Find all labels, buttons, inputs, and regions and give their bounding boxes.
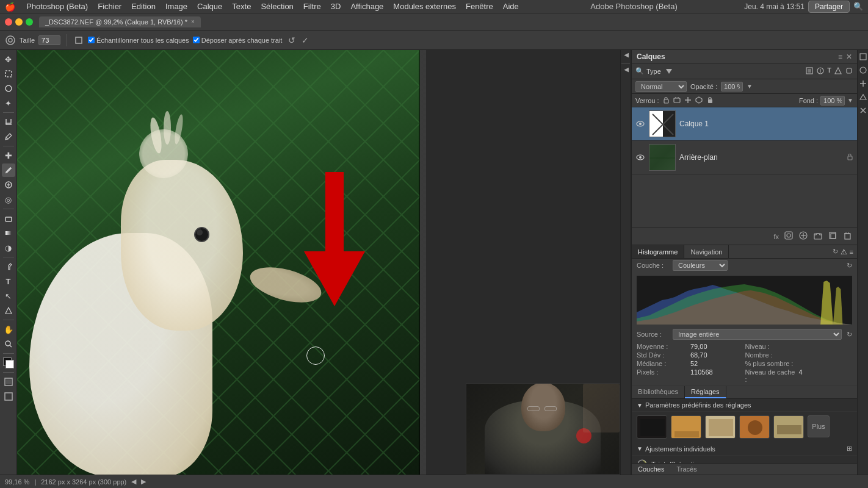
menu-fenetre[interactable]: Fenêtre [461,0,498,13]
tool-eraser[interactable] [2,212,15,225]
tool-move[interactable]: ✥ [2,52,15,66]
tool-dodge[interactable]: ◑ [2,241,15,254]
histogram-refresh-icon[interactable]: ↻ [833,248,838,256]
layer-row-calque1[interactable]: Calque 1 [632,107,857,141]
fill-input[interactable] [820,96,845,106]
quick-mask-toggle[interactable] [2,375,15,389]
add-style-icon[interactable]: fx [773,233,779,240]
tab-couches[interactable]: Couches [632,464,670,475]
preset-5[interactable] [773,415,804,439]
add-adjustment-icon[interactable] [798,231,808,242]
brush-tool-icon[interactable] [5,35,16,46]
delete-layer-icon[interactable] [842,231,852,242]
menu-edition[interactable]: Edition [126,0,161,13]
tool-pen[interactable] [2,260,15,273]
lock-position-icon[interactable] [684,96,692,106]
layer-visibility-toggle-arriere-plan[interactable] [635,152,645,162]
menu-selection[interactable]: Sélection [256,0,298,13]
tab-reglages[interactable]: Réglages [685,386,726,398]
share-button[interactable]: Partager [808,1,850,13]
tool-crop[interactable] [2,115,15,129]
filter-type-label[interactable]: Type [646,68,661,75]
tool-eyedropper[interactable] [2,130,15,143]
couche-select[interactable]: Couleurs Rouge Vert Bleu [673,260,728,271]
status-arrow-right[interactable]: ▶ [141,478,146,486]
blend-mode-select[interactable]: Normal Dissolution Obscurcir [635,81,687,92]
menu-3d[interactable]: 3D [326,0,346,13]
opacity-input[interactable] [721,82,743,92]
right-panel-icon-5[interactable] [859,106,867,116]
presets-section-header[interactable]: ▼ Paramètres prédéfinis des réglages [632,399,857,412]
histogram-menu-icon[interactable]: ≡ [850,248,853,256]
source-select[interactable]: Image entière Calque sélectionné [673,329,842,340]
foreground-color[interactable] [2,356,15,370]
individual-adjustments-header[interactable]: ▼ Ajustements individuels ⊞ [632,442,857,456]
tool-history-brush[interactable]: ◎ [2,193,15,206]
panel-collapse-icon[interactable]: ✕ [846,52,852,61]
tool-rectangle-select[interactable] [2,67,15,81]
tool-brush[interactable] [2,163,15,177]
right-panel-icon-1[interactable] [859,52,867,62]
couche-refresh-icon[interactable]: ↻ [847,262,852,270]
new-layer-icon[interactable] [828,231,837,242]
document-tab[interactable]: _DSC3872.NEF @ 99,2% (Calque 1, RVB/16) … [39,16,201,27]
canvas-area[interactable] [17,50,620,475]
expand-layers-icon[interactable]: ▶ [623,52,629,59]
lock-image-icon[interactable] [673,96,681,106]
close-button[interactable] [5,18,12,26]
undo-icon[interactable]: ↺ [288,35,295,45]
tool-type[interactable]: T [2,274,15,288]
preset-1[interactable] [637,415,667,439]
tool-shape[interactable] [2,304,15,317]
menu-calque[interactable]: Calque [192,0,227,13]
add-mask-icon[interactable] [784,231,794,242]
apple-menu[interactable]: 🍎 [5,2,15,12]
filter-type-icon[interactable]: T [827,66,831,76]
right-panel-icon-2[interactable] [859,66,867,76]
fill-arrow[interactable]: ▼ [847,97,853,104]
menu-modules[interactable]: Modules externes [388,0,461,13]
tab-histogramme[interactable]: Histogramme [632,245,684,258]
menu-affichage[interactable]: Affichage [345,0,388,13]
tool-gradient[interactable] [2,226,15,240]
minimize-button[interactable] [15,18,23,26]
filter-shape-icon[interactable] [834,66,842,76]
menu-fichier[interactable]: Fichier [93,0,126,13]
menu-texte[interactable]: Texte [227,0,256,13]
filter-adjustment-icon[interactable] [816,66,825,76]
lock-all-icon[interactable] [706,96,714,106]
menu-filtre[interactable]: Filtre [298,0,326,13]
menu-aide[interactable]: Aide [498,0,524,13]
histogram-warn-icon[interactable]: ⚠ [841,248,847,256]
tool-hand[interactable]: ✋ [2,323,15,336]
tool-lasso[interactable] [2,82,15,95]
tab-bibliotheques[interactable]: Bibliothèques [632,386,685,398]
filter-pixel-icon[interactable] [805,66,814,76]
lock-artboard-icon[interactable] [695,96,703,106]
screen-mode-toggle[interactable] [2,390,15,403]
tool-spot-healing[interactable]: ✚ [2,149,15,162]
histogram-collapse-icon[interactable]: ▶ [623,67,629,74]
source-refresh-icon[interactable]: ↻ [847,331,852,339]
presets-more-button[interactable]: Plus [808,415,830,437]
adjustment-teinte-saturation[interactable]: Teinte/Saturation [632,456,857,463]
lock-transparent-icon[interactable] [662,96,670,106]
brush-mode-icon[interactable] [73,35,84,46]
tab-traces[interactable]: Tracés [670,464,703,475]
right-panel-icon-3[interactable] [859,79,867,89]
preset-2[interactable] [671,415,701,439]
sample-all-layers-checkbox[interactable]: Échantillonner tous les calques [88,37,189,44]
layer-row-arriere-plan[interactable]: Arrière-plan [632,141,857,174]
tool-clone[interactable] [2,178,15,192]
panel-menu-icon[interactable]: ≡ [838,52,842,61]
adjustments-grid-icon[interactable]: ⊞ [847,445,852,453]
size-input[interactable] [38,35,60,45]
opacity-arrow[interactable]: ▼ [747,83,753,90]
filter-smart-icon[interactable] [845,66,853,76]
menu-image[interactable]: Image [161,0,192,13]
preset-3[interactable] [705,415,736,439]
maximize-button[interactable] [26,18,33,26]
preset-4[interactable] [739,415,770,439]
menu-app-name[interactable]: Photoshop (Beta) [21,0,93,13]
filter-dropdown[interactable] [666,69,672,74]
